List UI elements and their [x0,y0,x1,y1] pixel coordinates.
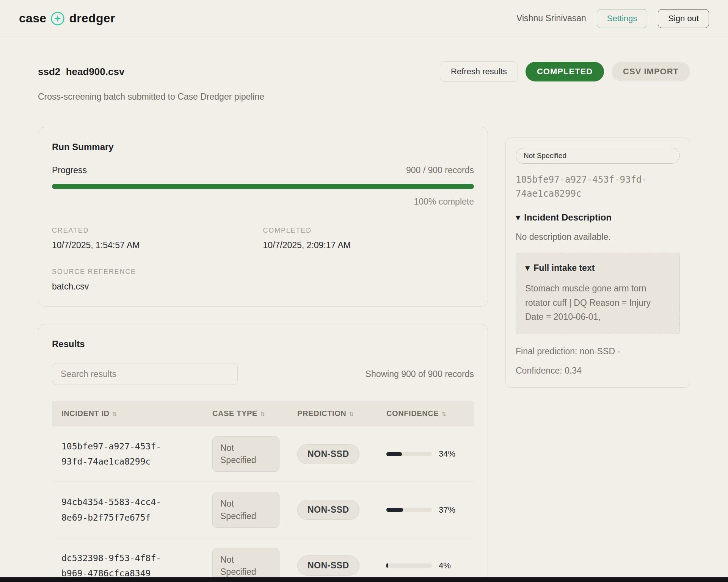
row-prediction-badge: NON-SSD [297,555,359,576]
confidence-bar-fill [386,563,388,568]
collapse-triangle-icon: ▼ [525,264,530,272]
created-label: CREATED [52,227,263,235]
confidence-percent-label: 34% [439,449,455,459]
row-incident-id: 94cb4354-5583-4cc4-8e69-b2f75f7e675f [61,494,175,525]
confidence-percent-label: 37% [439,505,455,515]
dot-separator: · [617,346,620,356]
incident-description-toggle[interactable]: ▼ Incident Description [516,212,680,223]
run-summary-heading: Run Summary [52,142,474,152]
source-type-badge: CSV IMPORT [612,62,690,81]
record-detail-panel: Not Specified 105bfe97-a927-453f-93fd-74… [505,138,690,388]
main-content: ssd2_head900.csv Refresh results COMPLET… [0,61,728,582]
progress-label: Progress [52,165,87,175]
confidence-text: Confidence: 0.34 [516,366,680,376]
title-row: ssd2_head900.csv Refresh results COMPLET… [38,61,690,82]
incident-description-body: No description available. [516,232,680,242]
progress-percent-text: 100% complete [52,197,474,207]
collapse-triangle-icon: ▼ [516,214,520,221]
completed-value: 10/7/2025, 2:09:17 AM [263,240,474,250]
column-header-confidence[interactable]: CONFIDENCE⇅ [386,409,464,418]
source-reference-meta: SOURCE REFERENCE batch.csv [52,268,263,292]
row-case-type-chip: Not Specified [212,436,279,472]
header-right: Vishnu Srinivasan Settings Sign out [516,9,709,28]
row-confidence-cell: 4% [386,561,464,571]
logo-text-dredger: dredger [69,11,115,25]
status-badge: COMPLETED [526,62,604,81]
logo-sparkle-icon [50,11,65,26]
showing-records-text: Showing 900 of 900 records [366,369,474,379]
table-row[interactable]: 105bfe97-a927-453f-93fd-74ae1ca8299c Not… [52,426,474,482]
completed-meta: COMPLETED 10/7/2025, 2:09:17 AM [263,227,474,250]
sort-icon[interactable]: ⇅ [260,411,265,418]
source-reference-value: batch.csv [52,282,263,292]
results-table-header: INCIDENT ID⇅ CASE TYPE⇅ PREDICTION⇅ CONF… [52,401,474,426]
full-intake-toggle[interactable]: ▼ Full intake text [525,263,670,273]
sort-icon[interactable]: ⇅ [349,411,354,418]
progress-bar-fill [52,184,474,189]
settings-button[interactable]: Settings [597,9,648,28]
confidence-bar-track [386,452,432,456]
refresh-results-button[interactable]: Refresh results [440,61,518,82]
confidence-bar-track [386,508,432,512]
detail-case-type-chip: Not Specified [516,148,680,164]
run-summary-card: Run Summary Progress 900 / 900 records 1… [38,127,488,307]
results-card: Results Showing 900 of 900 records INCID… [38,324,488,582]
page-subtitle: Cross-screening batch submitted to Case … [38,92,690,102]
sort-icon[interactable]: ⇅ [441,411,446,418]
completed-label: COMPLETED [263,227,474,235]
confidence-bar-fill [386,508,403,512]
app-header: case dredger Vishnu Srinivasan Settings … [0,0,728,37]
results-heading: Results [52,339,474,349]
created-meta: CREATED 10/7/2025, 1:54:57 AM [52,227,263,250]
row-case-type-chip: Not Specified [212,492,279,527]
source-reference-label: SOURCE REFERENCE [52,268,263,276]
logo-text-case: case [19,11,46,25]
row-incident-id: 105bfe97-a927-453f-93fd-74ae1ca8299c [61,439,175,469]
confidence-bar-track [386,563,432,568]
progress-bar-track [52,184,474,189]
full-intake-heading: Full intake text [533,263,595,273]
search-input[interactable] [52,363,238,385]
full-intake-box: ▼ Full intake text Stomach muscle gone a… [516,253,680,334]
signout-button[interactable]: Sign out [658,9,709,28]
final-prediction-text: Final prediction: non-SSD · [516,346,680,357]
user-name: Vishnu Srinivasan [516,13,586,23]
full-intake-body: Stomach muscle gone arm torn rotator cuf… [525,282,670,324]
page-title: ssd2_head900.csv [38,66,124,78]
column-header-prediction[interactable]: PREDICTION⇅ [297,409,386,418]
incident-description-heading: Incident Description [524,212,612,223]
sort-icon[interactable]: ⇅ [112,411,117,418]
table-row[interactable]: dc532398-9f53-4f8f-b969-4786cfca8349 Not… [52,538,474,582]
created-value: 10/7/2025, 1:54:57 AM [52,240,263,250]
progress-records-count: 900 / 900 records [406,165,474,175]
app-logo[interactable]: case dredger [19,11,115,26]
row-confidence-cell: 34% [386,449,464,459]
row-prediction-badge: NON-SSD [297,500,359,520]
table-row[interactable]: 94cb4354-5583-4cc4-8e69-b2f75f7e675f Not… [52,482,474,538]
confidence-percent-label: 4% [439,561,451,571]
confidence-bar-fill [386,452,402,456]
column-header-case-type[interactable]: CASE TYPE⇅ [212,409,297,418]
column-header-incident-id[interactable]: INCIDENT ID⇅ [61,409,212,418]
row-confidence-cell: 37% [386,505,464,515]
title-actions: Refresh results COMPLETED CSV IMPORT [440,61,690,82]
detail-incident-id: 105bfe97-a927-453f-93fd-74ae1ca8299c [516,173,680,201]
bottom-screen-strip [0,577,728,582]
row-prediction-badge: NON-SSD [297,444,359,464]
